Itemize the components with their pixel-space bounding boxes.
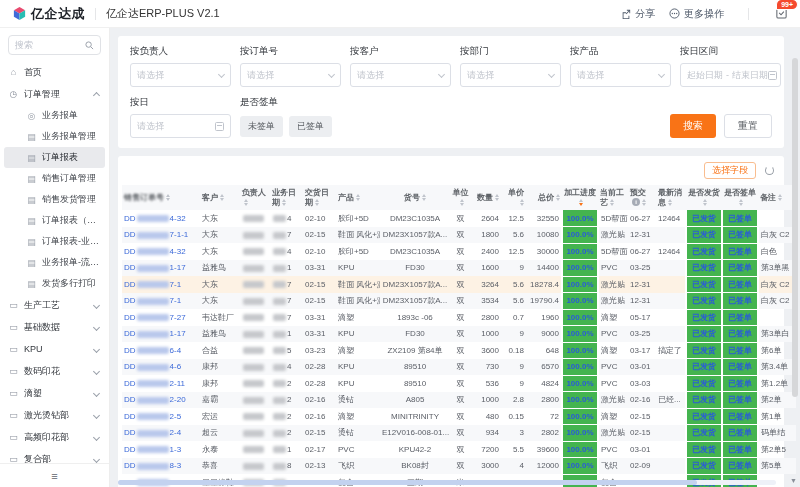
sort-carets[interactable]: [610, 199, 614, 207]
sort-carets[interactable]: [315, 199, 319, 207]
table-row[interactable]: DD4-32大东402-10胶印+5DDM23C1035A双240012.530…: [122, 243, 796, 260]
order-link[interactable]: DD2-11: [124, 379, 185, 388]
cell-order[interactable]: DD7-27: [122, 309, 200, 326]
sidebar-item-sales-ship-mgmt[interactable]: ▤销售发货管理: [0, 189, 109, 210]
order-link[interactable]: DD4-32: [124, 214, 186, 223]
cell-order[interactable]: DD4-32: [122, 210, 200, 227]
table-row[interactable]: DD1-3永泰102-17PVCKPU42-2双72005.539600100.…: [122, 441, 796, 458]
scrollbar-down-arrow[interactable]: ▼: [790, 477, 797, 484]
select-fields-button[interactable]: 选择字段: [704, 162, 756, 179]
cell-order[interactable]: DD7-1: [122, 293, 200, 310]
sort-carets[interactable]: [703, 199, 707, 207]
sidebar-item-ship-multiline-print[interactable]: ▤发货多行打印: [0, 273, 109, 294]
column-header-predate[interactable]: 预交i: [628, 185, 656, 210]
table-row[interactable]: DD8-3恭喜802-13飞织BK08封双3000412000100.0%飞织0…: [122, 458, 796, 475]
order-link[interactable]: DD1-3: [124, 445, 181, 454]
reset-button[interactable]: 重置: [724, 114, 772, 138]
table-row[interactable]: DD2-11康邦202-28KPU89510双53694824100.0%PVC…: [122, 375, 796, 392]
order-link[interactable]: DD4-6: [124, 362, 181, 371]
sidebar-item-biz-report-flow[interactable]: ▤业务报单-流程...: [0, 252, 109, 273]
order-link[interactable]: DD4-32: [124, 247, 186, 256]
refresh-icon[interactable]: [765, 166, 774, 175]
column-header-remark[interactable]: 备注: [758, 185, 796, 210]
sidebar-item-sales-order-mgmt[interactable]: ▤销售订单管理: [0, 168, 109, 189]
order-link[interactable]: DD7-27: [124, 313, 186, 322]
column-header-bizdate[interactable]: 业务日期: [270, 185, 303, 210]
sort-carets[interactable]: [642, 199, 646, 207]
order-link[interactable]: DD2-4: [124, 428, 181, 437]
cell-order[interactable]: DD7-1: [122, 276, 200, 293]
column-header-owner[interactable]: 负责人: [240, 185, 270, 210]
sidebar-item-order-report[interactable]: ▤订单报表: [4, 147, 105, 168]
cell-order[interactable]: DD7-1-1: [122, 227, 200, 244]
sidebar-item-digital-print[interactable]: ▭数码印花: [0, 360, 109, 382]
cell-order[interactable]: DD6-4: [122, 342, 200, 359]
table-row[interactable]: DD2-5宏运202-16滴塑MINITRINITY双4800.1572100.…: [122, 408, 796, 425]
filter-select[interactable]: 请选择: [570, 63, 671, 87]
table-row[interactable]: DD4-32大东402-10胶印+5DDM23C1035A双260412.532…: [122, 210, 796, 227]
column-header-delivery[interactable]: 交货日期: [303, 185, 336, 210]
cell-order[interactable]: DD2-20: [122, 392, 200, 409]
sort-carets[interactable]: [579, 199, 583, 207]
share-button[interactable]: 分享: [621, 7, 655, 21]
filter-select[interactable]: 请选择: [240, 63, 341, 87]
sort-carets[interactable]: [356, 194, 360, 202]
table-row[interactable]: DD2-20嘉霸202-16烫钻A805双10002.82800100.0%激光…: [122, 392, 796, 409]
sort-carets[interactable]: [778, 194, 782, 202]
cell-order[interactable]: DD1-3: [122, 441, 200, 458]
sidebar-item-kpu[interactable]: ▭KPU: [0, 338, 109, 360]
cell-order[interactable]: DD1-17: [122, 326, 200, 343]
table-row[interactable]: DD1-17益雅鸟103-31KPUFD30双1600914400100.0%P…: [122, 260, 796, 277]
order-link[interactable]: DD7-1-1: [124, 230, 188, 239]
order-link[interactable]: DD1-17: [124, 329, 186, 338]
column-header-signed[interactable]: 是否签单: [722, 185, 758, 210]
sort-carets[interactable]: [495, 194, 499, 202]
cell-order[interactable]: DD4-6: [122, 359, 200, 376]
column-header-total[interactable]: 总价: [526, 185, 562, 210]
sort-carets[interactable]: [422, 194, 426, 202]
toggle-option-1[interactable]: 已签单: [289, 116, 332, 137]
sidebar-item-home[interactable]: ⌂首页: [0, 61, 109, 83]
table-row[interactable]: DD7-1大东702-15鞋面 风化+激光DM23X1057款A...双3264…: [122, 276, 796, 293]
order-link[interactable]: DD6-4: [124, 346, 181, 355]
order-link[interactable]: DD2-20: [124, 395, 186, 404]
table-row[interactable]: DD4-6康邦402-28KPU89510双73096570100.0%PVC0…: [122, 359, 796, 376]
table-row[interactable]: DD6-4合益503-23滴塑ZX2109 第84单双36000.1864810…: [122, 342, 796, 359]
cell-order[interactable]: DD8-3: [122, 458, 200, 475]
sort-carets[interactable]: [166, 194, 170, 202]
column-header-customer[interactable]: 客户: [200, 185, 240, 210]
cell-order[interactable]: DD2-5: [122, 408, 200, 425]
column-header-price[interactable]: 单价: [501, 185, 526, 210]
filter-select[interactable]: 请选择: [460, 63, 561, 87]
column-header-progress[interactable]: 加工进度: [562, 185, 598, 210]
column-header-unit[interactable]: 单位: [450, 185, 471, 210]
filter-select[interactable]: 请选择: [130, 63, 231, 87]
sidebar-item-biz-report[interactable]: ◎业务报单: [0, 105, 109, 126]
notification-button[interactable]: 99+: [775, 6, 788, 21]
order-link[interactable]: DD7-1: [124, 296, 181, 305]
cell-order[interactable]: DD1-17: [122, 260, 200, 277]
column-header-shipped[interactable]: 是否发货: [686, 185, 722, 210]
table-row[interactable]: DD7-27韦达鞋厂703-31滴塑1893c -06双28000.719601…: [122, 309, 796, 326]
column-header-product[interactable]: 产品: [336, 185, 380, 210]
horizontal-scrollbar[interactable]: [118, 480, 776, 485]
sort-carets[interactable]: [220, 194, 224, 202]
table-row[interactable]: DD2-4超云202-15烫钻E12V016-008-01...双9343280…: [122, 425, 796, 442]
sidebar-item-base-data[interactable]: ▭基础数据: [0, 316, 109, 338]
sidebar-item-laser-rhinestone-dept[interactable]: ▭激光烫钻部: [0, 404, 109, 426]
order-link[interactable]: DD7-1: [124, 280, 181, 289]
table-row[interactable]: DD7-1大东702-15鞋面 风化+激光DM23X1057款A...双3534…: [122, 293, 796, 310]
column-header-process[interactable]: 当前工艺: [598, 185, 628, 210]
sidebar-search-input[interactable]: [15, 40, 85, 50]
search-button[interactable]: 搜索: [670, 114, 716, 138]
sort-carets[interactable]: [520, 199, 524, 207]
cell-order[interactable]: DD2-11: [122, 375, 200, 392]
sort-carets[interactable]: [668, 199, 672, 207]
sort-carets[interactable]: [460, 199, 464, 207]
more-actions-button[interactable]: 更多操作: [669, 7, 724, 21]
filter-daterange-input[interactable]: 起始日期-结束日期: [680, 63, 781, 87]
sidebar-item-order-report-salesman[interactable]: ▤订单报表-业务员: [0, 231, 109, 252]
sidebar-item-production-craft[interactable]: ▭生产工艺: [0, 294, 109, 316]
column-header-news[interactable]: 最新消息: [656, 185, 686, 210]
sidebar-collapse-button[interactable]: ≡: [0, 463, 109, 487]
